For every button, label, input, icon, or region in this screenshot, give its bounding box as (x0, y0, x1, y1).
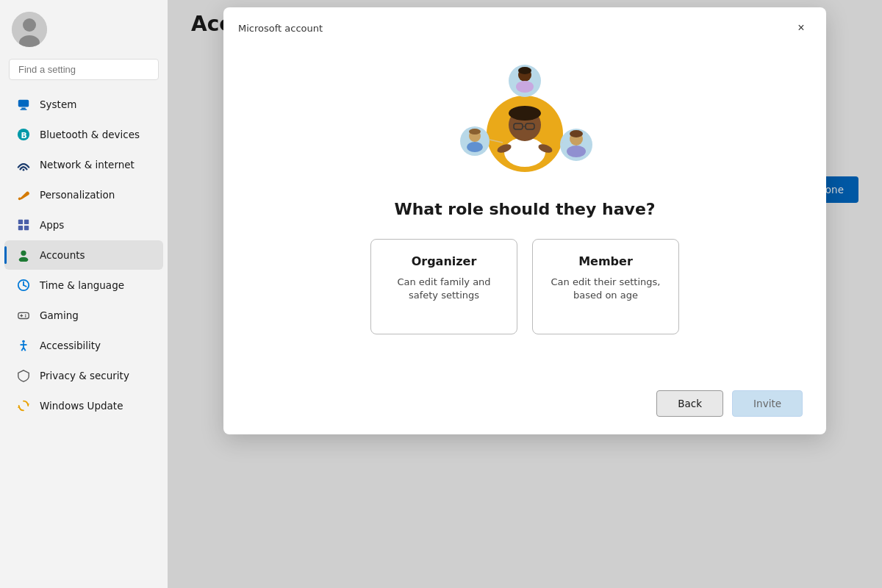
sidebar-item-time[interactable]: Time & language (4, 270, 163, 300)
svg-rect-11 (24, 220, 29, 224)
svg-line-18 (24, 285, 26, 287)
privacy-icon (16, 368, 31, 383)
network-icon (16, 157, 31, 172)
sidebar-item-accessibility[interactable]: Accessibility (4, 331, 163, 360)
organizer-title: Organizer (412, 254, 477, 268)
svg-point-9 (18, 198, 21, 201)
svg-point-23 (25, 316, 26, 318)
svg-rect-4 (21, 108, 25, 110)
sidebar-item-accounts[interactable]: Accounts (4, 240, 163, 270)
close-button[interactable]: × (791, 18, 811, 38)
svg-point-1 (23, 18, 36, 32)
sidebar-item-system[interactable]: System (4, 90, 163, 119)
sidebar-item-apps[interactable]: Apps (4, 210, 163, 240)
back-button[interactable]: Back (656, 390, 723, 417)
svg-rect-19 (18, 312, 29, 318)
sidebar: System B Bluetooth & devices Network & i (0, 0, 168, 588)
svg-rect-3 (18, 100, 29, 107)
modal-overlay: Microsoft account × (168, 0, 882, 588)
sidebar-item-label: Accounts (40, 249, 85, 261)
sidebar-item-label: Accessibility (40, 340, 101, 351)
sidebar-item-privacy[interactable]: Privacy & security (4, 361, 163, 390)
svg-point-22 (25, 315, 26, 316)
sidebar-item-label: Windows Update (40, 400, 123, 412)
accounts-icon (16, 248, 31, 262)
member-description: Can edit their settings, based on age (545, 276, 667, 302)
svg-line-28 (24, 348, 26, 351)
svg-point-50 (567, 146, 586, 157)
svg-rect-12 (18, 226, 23, 230)
sidebar-nav: System B Bluetooth & devices Network & i (0, 89, 168, 421)
sidebar-item-bluetooth[interactable]: B Bluetooth & devices (4, 120, 163, 149)
organizer-description: Can edit family and safety settings (383, 276, 505, 302)
member-title: Member (578, 254, 633, 268)
modal-footer: Back Invite (223, 379, 826, 434)
svg-rect-13 (24, 226, 29, 230)
role-cards: Organizer Can edit family and safety set… (370, 239, 679, 334)
svg-marker-30 (18, 406, 21, 408)
sidebar-item-personalization[interactable]: Personalization (4, 180, 163, 209)
family-illustration (444, 60, 606, 185)
system-icon (16, 97, 31, 112)
avatar (12, 12, 47, 47)
modal-titlebar: Microsoft account × (223, 7, 826, 46)
svg-point-32 (504, 137, 545, 167)
sidebar-item-label: Personalization (40, 189, 115, 201)
gaming-icon (16, 308, 31, 323)
svg-marker-29 (27, 404, 30, 406)
svg-rect-5 (21, 109, 27, 110)
role-question: What role should they have? (394, 200, 655, 218)
accessibility-icon (16, 338, 31, 353)
svg-point-8 (23, 169, 25, 171)
svg-point-51 (570, 130, 583, 137)
svg-rect-10 (18, 220, 23, 224)
sidebar-item-label: Network & internet (40, 159, 135, 171)
svg-point-42 (516, 81, 534, 93)
invite-button[interactable]: Invite (732, 390, 803, 417)
modal-body: What role should they have? Organizer Ca… (223, 46, 826, 379)
microsoft-account-dialog: Microsoft account × (223, 7, 826, 434)
sidebar-item-label: Time & language (40, 279, 124, 291)
svg-point-47 (469, 129, 481, 135)
search-input[interactable] (9, 59, 159, 80)
svg-point-14 (21, 251, 26, 256)
sidebar-item-update[interactable]: Windows Update (4, 391, 163, 420)
sidebar-item-label: System (40, 98, 76, 110)
sidebar-item-label: Bluetooth & devices (40, 129, 140, 140)
svg-text:B: B (21, 131, 26, 140)
sidebar-item-gaming[interactable]: Gaming (4, 301, 163, 330)
svg-point-46 (467, 142, 483, 152)
sidebar-item-label: Gaming (40, 309, 79, 321)
svg-point-43 (518, 67, 531, 74)
time-icon (16, 278, 31, 293)
sidebar-item-label: Apps (40, 219, 64, 231)
update-icon (16, 398, 31, 413)
sidebar-item-network[interactable]: Network & internet (4, 150, 163, 179)
user-avatar-section (0, 0, 168, 56)
svg-point-15 (19, 257, 29, 262)
svg-point-24 (22, 340, 25, 343)
modal-title: Microsoft account (238, 23, 323, 34)
member-role-card[interactable]: Member Can edit their settings, based on… (532, 239, 679, 334)
personalization-icon (16, 187, 31, 202)
main-content: Accounts & Family Add someone Microsoft … (168, 0, 882, 588)
svg-point-34 (509, 106, 541, 121)
bluetooth-icon: B (16, 127, 31, 142)
sidebar-item-label: Privacy & security (40, 370, 129, 381)
organizer-role-card[interactable]: Organizer Can edit family and safety set… (370, 239, 517, 334)
apps-icon (16, 218, 31, 232)
